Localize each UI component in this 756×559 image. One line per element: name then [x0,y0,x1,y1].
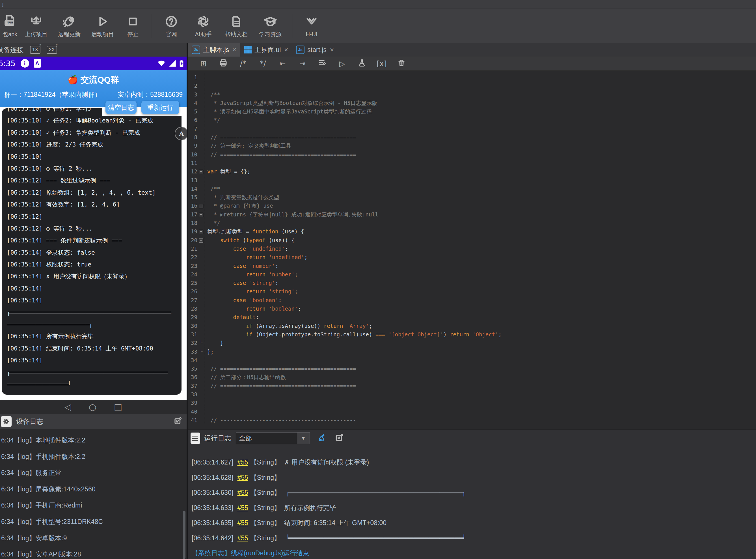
rerun-button[interactable]: 重新运行 [141,101,179,114]
log-filter-select[interactable]: 全部 ▼ [236,432,310,444]
nav-back-button[interactable]: ◁ [65,400,71,414]
phone-log-separator: ═══════════════════════╕ [7,318,182,330]
device-log-row: 6:34【log】安卓版本:9 [0,530,187,546]
line-number: 29 [188,313,197,321]
close-icon[interactable]: × [284,46,288,54]
format-code-button[interactable] [317,59,328,69]
run-script-button[interactable]: ▷ [336,60,348,68]
fold-gutter[interactable]: − [197,210,205,219]
line-number: 1 [188,73,197,82]
phone-log-row: [06:35:14] ✗ 用户没有访问权限（未登录） [7,270,182,282]
help-docs-button[interactable]: 帮助文档 [220,10,253,41]
fold-gutter [197,270,205,278]
remove-x-button[interactable]: [x] [376,60,387,68]
fold-gutter [197,382,205,390]
toolbar-divider [292,14,292,38]
fold-marker-icon[interactable]: − [199,230,203,234]
floating-assist-ball[interactable]: A [175,127,187,140]
device-log-row: 6:34【log】屏幕像素:1440x2560 [0,481,187,498]
nav-recent-button[interactable]: □ [114,400,122,414]
fold-marker-icon[interactable]: − [199,213,203,217]
official-site-button[interactable]: 官网 [156,10,187,41]
expand-icon [173,417,182,425]
log-ref-link[interactable]: #55 [237,504,248,512]
phone-log-row: [06:35:14] 登录状态: false [7,247,182,259]
log-ref-link[interactable]: #55 [237,459,248,466]
trash-button[interactable] [396,59,407,69]
phone-log-row: [06:35:12] [7,211,182,223]
device-log-row: 6:34【log】手机型号:2311DRK48C [0,514,187,530]
line-number: 11 [188,159,197,167]
zoom-2x-button[interactable]: 2X [47,46,57,54]
title-stub: j [2,1,3,7]
log-ref-link[interactable]: #55 [237,474,248,481]
line-number: 20 [188,236,197,244]
remote-update-button[interactable]: 远程更新 [53,10,86,41]
outdent-button[interactable]: ⇤ [277,60,288,68]
fold-marker-icon[interactable]: − [199,239,203,243]
fold-gutter: └ [197,339,205,347]
log-ref-link[interactable]: #55 [237,519,248,527]
printer-icon [219,59,228,67]
line-number: 6 [188,116,197,124]
fold-marker-icon[interactable]: − [199,170,203,174]
learning-resources-button[interactable]: 学习资源 [253,10,287,41]
upload-project-button[interactable]: 上传项目 [20,10,53,41]
close-icon[interactable]: × [232,46,236,54]
run-log-entry: [06:35:14.635] #55【String】 结束时间: 6:35:14… [192,515,756,531]
fold-gutter[interactable]: − [197,201,205,210]
code-line: 22 return 'undefined'; [188,253,756,261]
clear-run-log-button[interactable] [318,432,327,444]
phone-log-panel: [06:35:10] ◷ 任务1: 学习J[06:35:10] ✓ 任务2: 理… [2,108,182,395]
line-number: 3 [188,90,197,99]
test-flask-button[interactable] [356,59,368,69]
tab-main-script[interactable]: Js 主脚本.js × [188,43,240,57]
fold-gutter [197,193,205,201]
code-editor[interactable]: 123 /**4 * JavaScript类型判断与Boolean对象综合示例 … [188,71,756,429]
start-project-button[interactable]: 启动项目 [86,10,119,41]
h-ui-button[interactable]: H-UI [297,10,326,41]
print-button[interactable] [218,59,229,69]
new-file-button[interactable]: ⊞ [198,60,209,68]
line-number: 37 [188,382,197,390]
fold-gutter [197,278,205,287]
indent-button[interactable]: ⇥ [297,60,308,68]
phone-log-separator: ╒═══════════════════════════════════════… [7,307,182,318]
phone-log-row: [06:35:14] [7,355,182,366]
fold-gutter: └ [197,348,205,356]
fold-marker-icon[interactable]: − [199,204,203,208]
code-line: 6 */ [188,116,756,124]
run-log-panel: 运行日志 全部 ▼ [06:35:14.627] #55【String】 ✗ 用… [188,429,756,559]
log-ref-link[interactable]: #55 [237,489,248,496]
status-time: 6:35 [0,59,16,68]
stop-button[interactable]: 停止 [119,10,146,41]
log-ref-link[interactable]: #55 [237,534,248,542]
phone-log-row: [06:35:14] 结束时间: 6:35:14 上午 GMT+08:00 [7,342,182,355]
fold-gutter[interactable]: − [197,167,205,176]
nav-home-button[interactable]: ○ [89,400,96,414]
qq-group-android: 安卓内测：528816639 [118,90,183,99]
settings-gear-button[interactable] [1,416,11,427]
ai-assistant-button[interactable]: AI助手 [187,10,220,41]
stop-icon [127,14,139,29]
code-line: 10 // ==================================… [188,150,756,159]
zoom-1x-button[interactable]: 1X [30,46,41,54]
tab-start-js[interactable]: Js start.js × [292,43,338,57]
tab-main-ui[interactable]: 主界面.ui × [240,43,292,57]
expand-run-log-button[interactable] [335,433,344,443]
flask-icon [358,59,366,67]
broom-icon [318,432,327,443]
close-icon[interactable]: × [330,46,334,54]
device-log-scrollbar[interactable] [183,511,186,559]
comment-open-button[interactable]: /* [237,60,249,68]
clear-log-button[interactable]: 清空日志 [105,101,137,114]
fold-gutter[interactable]: − [197,227,205,236]
expand-panel-button[interactable] [173,417,182,426]
pack-apk-button[interactable]: APK 包apk [0,10,20,41]
line-number: 10 [188,150,197,159]
line-number: 36 [188,373,197,381]
toolbar-label: 上传项目 [25,30,47,38]
line-number: 35 [188,364,197,373]
fold-gutter[interactable]: − [197,236,205,244]
comment-close-button[interactable]: */ [257,60,268,68]
